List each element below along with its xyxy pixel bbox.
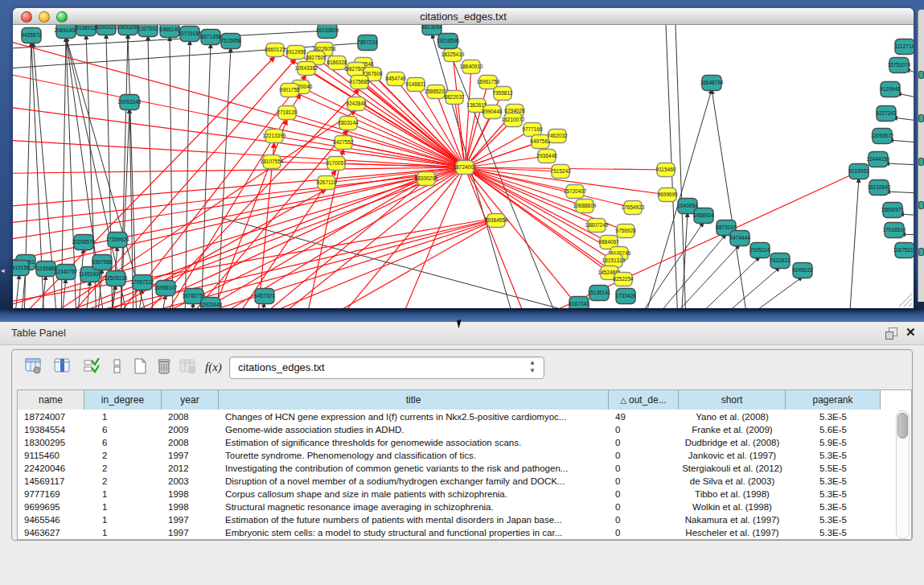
cell-pagerank[interactable]: 5.3E-5 (786, 410, 881, 423)
graph-node[interactable]: 2718120 (277, 106, 298, 120)
graph-node[interactable]: 17359924 (106, 233, 129, 248)
cell-pagerank[interactable]: 5.3E-5 (786, 449, 881, 462)
new-table-button[interactable] (131, 358, 150, 377)
cell-title[interactable]: Disruption of a novel member of a sodium… (219, 475, 609, 488)
cell-short[interactable]: Dudbridge et al. (2008) (679, 436, 786, 449)
column-header-in-degree[interactable]: in_degree (84, 390, 162, 410)
graph-node[interactable]: 16033809 (316, 25, 339, 39)
graph-node[interactable]: 6958924 (693, 208, 714, 224)
graph-node[interactable]: 8290321 (96, 25, 117, 35)
cell-name[interactable]: 9463627 (18, 526, 84, 539)
graph-node[interactable]: 9215953 (848, 164, 869, 179)
graph-node[interactable]: 19218596 (437, 34, 460, 49)
cell-year[interactable]: 2009 (162, 423, 219, 436)
cell-out-de-[interactable]: 0 (609, 423, 679, 436)
graph-node[interactable]: 18724007 (454, 161, 477, 175)
window-resize-grip[interactable] (899, 294, 912, 307)
graph-node[interactable]: 20206576 (72, 235, 96, 250)
cell-out-de-[interactable]: 0 (609, 513, 679, 526)
cell-title[interactable]: Tourette syndrome. Phenomenology and cla… (219, 449, 609, 462)
graph-node[interactable]: 11675315 (893, 243, 914, 258)
graph-node[interactable]: 9901755 (279, 84, 300, 97)
graph-node[interactable]: 10688609 (573, 200, 597, 213)
graph-node[interactable]: 7462032 (547, 130, 568, 143)
graph-node[interactable]: 19384554 (485, 214, 508, 228)
table-scrollbar[interactable] (896, 410, 910, 539)
cell-year[interactable]: 1998 (162, 501, 219, 513)
cell-title[interactable]: Estimation of the future numbers of pati… (219, 513, 609, 526)
column-header-year[interactable]: year (162, 390, 219, 410)
cell-in-degree[interactable]: 2 (84, 449, 162, 462)
graph-node[interactable]: 2936448 (536, 150, 557, 163)
graph-node[interactable]: 9146821 (405, 78, 426, 92)
graph-node[interactable]: 7515958 (220, 34, 241, 49)
cell-year[interactable]: 1997 (162, 526, 219, 539)
cell-year[interactable]: 2003 (162, 475, 219, 488)
graph-node[interactable]: 8822037 (444, 91, 465, 105)
cell-out-de-[interactable]: 0 (609, 449, 679, 462)
table-row[interactable]: 1456911722003Disruption of a novel membe… (18, 475, 899, 488)
graph-node[interactable]: 12093872 (871, 129, 894, 144)
graph-node[interactable]: 12505135 (105, 271, 128, 286)
table-row[interactable]: 1830029562008Estimation of significance … (18, 436, 899, 449)
network-view-window[interactable]: citations_edges.txt 18724007183002951938… (13, 8, 914, 308)
cell-out-de-[interactable]: 0 (609, 526, 679, 539)
graph-node[interactable]: 9245022 (792, 263, 813, 278)
graph-node[interactable]: 15136141 (588, 286, 611, 301)
graph-nodes[interactable]: 1872400718300295193845548660123891295518… (13, 25, 914, 308)
table-row[interactable]: 977716911998Corpus callosum shape and si… (18, 488, 899, 501)
graph-node[interactable]: 8912955 (285, 46, 306, 60)
cell-year[interactable]: 2012 (162, 462, 219, 475)
graph-node[interactable]: 18807249 (585, 219, 609, 233)
cell-year[interactable]: 2008 (162, 410, 219, 423)
network-window-titlebar[interactable]: citations_edges.txt (13, 8, 914, 25)
cell-name[interactable]: 9465546 (18, 513, 84, 526)
cell-pagerank[interactable]: 5.3E-5 (786, 526, 881, 539)
graph-node[interactable]: 9435572 (21, 28, 42, 43)
graph-node[interactable]: 8660123 (265, 43, 285, 57)
cell-short[interactable]: de Silva et al. (2003) (679, 475, 786, 488)
cell-in-degree[interactable]: 6 (84, 436, 162, 449)
scrollbar-thumb[interactable] (897, 413, 908, 439)
node-table[interactable]: namein_degreeyeartitle△out_de...shortpag… (17, 389, 912, 540)
cell-out-de-[interactable]: 0 (609, 488, 679, 501)
graph-node[interactable]: 3919156 (13, 261, 30, 276)
cell-short[interactable]: Tibbo et al. (1998) (679, 488, 786, 501)
table-row[interactable]: 969969511998Structural magnetic resonanc… (18, 501, 899, 513)
cell-out-de-[interactable]: 0 (609, 501, 679, 513)
cell-short[interactable]: Franke et al. (2009) (679, 423, 786, 436)
graph-node[interactable]: 20691406 (55, 25, 78, 39)
column-header-title[interactable]: title (219, 390, 609, 410)
table-row[interactable]: 1938455462009Genome-wide association stu… (18, 423, 899, 436)
cell-title[interactable]: Changes of HCN gene expression and I(f) … (219, 410, 609, 423)
cell-name[interactable]: 9777169 (18, 488, 84, 501)
cell-in-degree[interactable]: 2 (84, 462, 162, 475)
graph-node[interactable]: 15692971 (881, 203, 905, 218)
row-selection-button[interactable] (83, 358, 102, 377)
cell-short[interactable]: Hescheler et al. (1997) (679, 526, 786, 539)
function-builder-button[interactable]: f(x) (205, 360, 224, 380)
cell-year[interactable]: 2008 (162, 436, 219, 449)
cell-short[interactable]: Jankovic et al. (1997) (679, 449, 786, 462)
cell-name[interactable]: 18724007 (18, 410, 84, 423)
delete-table-button[interactable] (155, 358, 175, 377)
cell-pagerank[interactable]: 5.5E-5 (786, 462, 881, 475)
cell-pagerank[interactable]: 5.9E-5 (786, 436, 881, 449)
cell-name[interactable]: 14569117 (18, 475, 84, 488)
cell-short[interactable]: Nakamura et al. (1997) (679, 513, 786, 526)
graph-node[interactable]: 17016514 (883, 223, 906, 238)
graph-node[interactable]: 16210643 (868, 180, 891, 196)
graph-node[interactable]: 9699695 (657, 188, 678, 202)
graph-node[interactable]: 7857224 (357, 35, 378, 51)
graph-node[interactable]: 8252254 (613, 273, 634, 286)
graph-node[interactable]: 15751074 (888, 58, 911, 73)
background-window-edge[interactable] (918, 10, 924, 302)
graph-node[interactable]: 16958107 (154, 281, 178, 296)
table-settings-button[interactable] (25, 358, 44, 377)
graph-node[interactable]: 9457321 (254, 289, 275, 304)
cell-in-degree[interactable]: 1 (84, 488, 162, 501)
table-selector-dropdown[interactable]: citations_edges.txt ▲▼ (229, 356, 544, 379)
graph-node[interactable]: 2803144 (338, 117, 359, 130)
cell-out-de-[interactable]: 0 (609, 436, 679, 449)
graph-node[interactable]: 1733426 (615, 289, 636, 304)
